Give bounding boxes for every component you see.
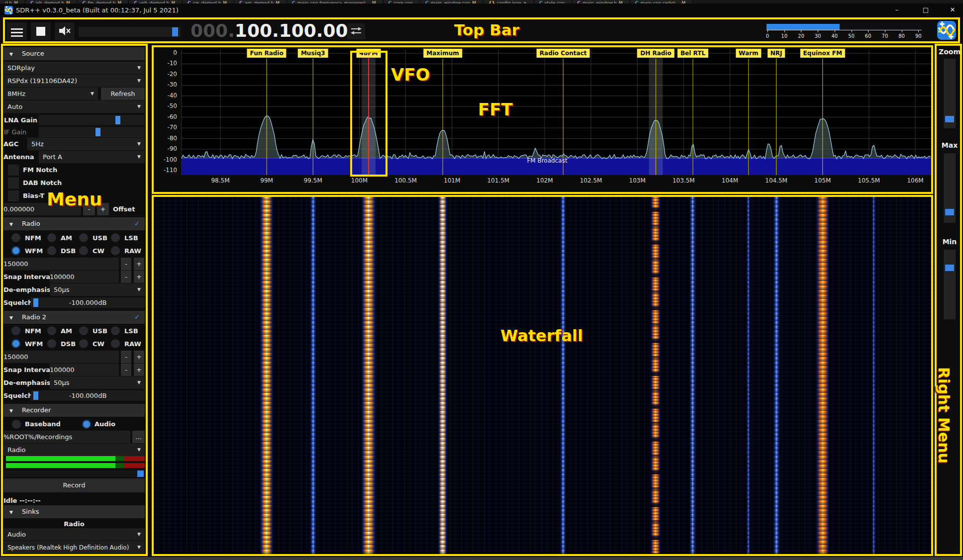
collapse-arrow-icon[interactable]: ▼ bbox=[9, 408, 13, 413]
radio1-mode-wfm[interactable]: WFM bbox=[11, 244, 43, 257]
radio2-snap-increment-button[interactable]: + bbox=[134, 364, 144, 376]
radio-button-circle[interactable] bbox=[11, 246, 20, 255]
baseband-radio-button[interactable] bbox=[12, 420, 21, 429]
radio2-bw-increment-button[interactable]: + bbox=[134, 351, 144, 363]
radio2-mode-dsb[interactable]: DSB bbox=[47, 337, 76, 350]
radio2-mode-am[interactable]: AM bbox=[47, 324, 72, 337]
volume-slider[interactable] bbox=[79, 27, 181, 37]
radio1-bw-decrement-button[interactable]: - bbox=[121, 258, 131, 270]
max-slider[interactable] bbox=[944, 153, 956, 223]
radio-button-circle[interactable] bbox=[79, 233, 88, 242]
radio2-snap-decrement-button[interactable]: - bbox=[121, 364, 131, 376]
radio2-enabled-check-icon[interactable]: ✓ bbox=[134, 311, 140, 324]
source-device-select[interactable]: RSPdx (191106DA42) ▼ bbox=[3, 75, 145, 87]
checkbox-bias-t[interactable] bbox=[8, 190, 19, 201]
collapse-arrow-icon[interactable]: ▼ bbox=[9, 315, 13, 320]
radio2-squelch-handle[interactable] bbox=[33, 391, 38, 400]
recorder-stream-select[interactable]: Radio ▼ bbox=[3, 444, 145, 456]
offset-input[interactable]: 0.000000 bbox=[3, 203, 81, 215]
antenna-select[interactable]: Port A ▼ bbox=[39, 151, 145, 163]
radio1-mode-usb[interactable]: USB bbox=[79, 231, 107, 244]
collapse-arrow-icon[interactable]: ▼ bbox=[9, 52, 13, 57]
refresh-button[interactable]: Refresh bbox=[101, 88, 145, 100]
radio1-deemp-select[interactable]: 50µs ▼ bbox=[50, 283, 145, 296]
min-slider-handle[interactable] bbox=[945, 265, 954, 271]
radio-button-circle[interactable] bbox=[79, 326, 88, 335]
min-slider[interactable] bbox=[944, 250, 956, 319]
radio1-mode-nfm[interactable]: NFM bbox=[11, 231, 41, 244]
browse-path-button[interactable]: ... bbox=[132, 431, 145, 443]
if-gain-slider-handle[interactable] bbox=[96, 128, 100, 136]
radio1-snap-decrement-button[interactable]: - bbox=[121, 271, 131, 283]
if-gain-slider[interactable] bbox=[39, 127, 145, 137]
radio2-mode-usb[interactable]: USB bbox=[79, 324, 107, 337]
radio-button-circle[interactable] bbox=[11, 339, 20, 348]
radio1-mode-dsb[interactable]: DSB bbox=[47, 244, 76, 257]
frequency-dim-digits[interactable]: 000. bbox=[191, 20, 235, 41]
bandwidth-select[interactable]: 8MHz ▼ bbox=[3, 88, 98, 100]
radio1-snap-input[interactable]: 100000 bbox=[50, 271, 119, 283]
waterfall-display[interactable] bbox=[152, 195, 932, 556]
radio2-deemp-select[interactable]: 50µs ▼ bbox=[50, 376, 145, 389]
swap-vfo-button[interactable] bbox=[347, 23, 365, 39]
checkbox-fm-notch[interactable] bbox=[8, 165, 19, 176]
radio1-squelch-slider[interactable]: -100.000dB bbox=[31, 297, 145, 308]
source-driver-select[interactable]: SDRplay ▼ bbox=[3, 62, 145, 74]
radio-button-circle[interactable] bbox=[111, 326, 120, 335]
radio2-mode-raw[interactable]: RAW bbox=[111, 337, 141, 350]
offset-increment-button[interactable]: + bbox=[97, 203, 109, 215]
mute-button[interactable] bbox=[55, 22, 75, 40]
lna-gain-slider-handle[interactable] bbox=[115, 116, 120, 124]
recorder-volume-slider[interactable] bbox=[3, 470, 145, 477]
radio2-mode-cw[interactable]: CW bbox=[79, 337, 104, 350]
radio-button-circle[interactable] bbox=[47, 326, 56, 335]
sinks-section-header[interactable]: ▼ Sinks bbox=[3, 505, 145, 518]
stop-button[interactable] bbox=[31, 22, 51, 40]
radio2-mode-lsb[interactable]: LSB bbox=[111, 324, 138, 337]
radio2-squelch-slider[interactable]: -100.000dB bbox=[31, 390, 145, 401]
radio-button-circle[interactable] bbox=[111, 339, 120, 348]
recorder-section-header[interactable]: ▼ Recorder bbox=[3, 404, 145, 417]
radio-button-circle[interactable] bbox=[11, 326, 20, 335]
record-button[interactable]: Record bbox=[3, 478, 145, 492]
collapse-arrow-icon[interactable]: ▼ bbox=[9, 510, 13, 515]
checkbox-dab-notch[interactable] bbox=[8, 178, 19, 188]
sink-type-select[interactable]: Audio ▼ bbox=[3, 528, 145, 541]
sink-device-select[interactable]: Speakers (Realtek High Definition Audio)… bbox=[3, 541, 145, 554]
offset-decrement-button[interactable]: - bbox=[83, 203, 95, 215]
radio1-mode-raw[interactable]: RAW bbox=[111, 244, 141, 257]
radio-button-circle[interactable] bbox=[79, 339, 88, 348]
volume-slider-handle[interactable] bbox=[172, 27, 178, 36]
radio-button-circle[interactable] bbox=[79, 246, 88, 255]
radio2-bw-decrement-button[interactable]: - bbox=[121, 351, 131, 363]
radio2-mode-nfm[interactable]: NFM bbox=[11, 324, 41, 337]
radio1-mode-lsb[interactable]: LSB bbox=[111, 231, 138, 244]
collapse-arrow-icon[interactable]: ▼ bbox=[9, 222, 13, 227]
menu-toggle-button[interactable] bbox=[7, 22, 27, 40]
radio2-mode-wfm[interactable]: WFM bbox=[11, 337, 43, 350]
lna-gain-slider[interactable] bbox=[39, 115, 145, 125]
audio-radio-button[interactable] bbox=[82, 420, 91, 429]
radio2-bandwidth-input[interactable]: 150000 bbox=[3, 351, 119, 363]
radio-button-circle[interactable] bbox=[47, 339, 56, 348]
source-section-header[interactable]: ▼ Source bbox=[3, 47, 145, 60]
recorder-volume-handle[interactable] bbox=[137, 470, 144, 477]
radio1-section-header[interactable]: ▼ Radio ✓ bbox=[3, 217, 145, 230]
gain-mode-select[interactable]: Auto ▼ bbox=[3, 100, 145, 113]
radio2-snap-input[interactable]: 100000 bbox=[50, 364, 119, 376]
radio-button-circle[interactable] bbox=[111, 246, 120, 255]
radio1-bw-increment-button[interactable]: + bbox=[134, 258, 144, 270]
frequency-main-digits[interactable]: 100.100.000 bbox=[235, 20, 361, 41]
agc-select[interactable]: 5Hz ▼ bbox=[27, 138, 145, 150]
radio1-snap-increment-button[interactable]: + bbox=[134, 271, 144, 283]
recording-path-input[interactable]: %ROOT%/Recordings bbox=[3, 431, 130, 443]
radio1-mode-am[interactable]: AM bbox=[47, 231, 72, 244]
radio1-enabled-check-icon[interactable]: ✓ bbox=[134, 217, 140, 230]
radio-button-circle[interactable] bbox=[111, 233, 120, 242]
max-slider-handle[interactable] bbox=[945, 209, 954, 215]
radio-button-circle[interactable] bbox=[47, 246, 56, 255]
zoom-slider[interactable] bbox=[944, 59, 956, 128]
frequency-display[interactable]: 000.100.100.000 bbox=[191, 19, 361, 42]
radio2-section-header[interactable]: ▼ Radio 2 ✓ bbox=[3, 311, 145, 324]
radio-button-circle[interactable] bbox=[11, 233, 20, 242]
